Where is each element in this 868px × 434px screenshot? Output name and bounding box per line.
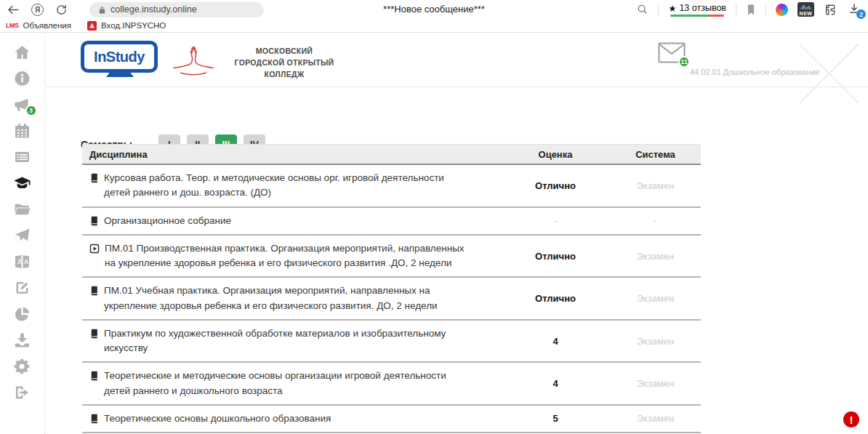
page-title: ***Новое сообщение*** (383, 4, 485, 15)
grade-cell: Отлично (501, 180, 610, 191)
mail-badge: 11 (678, 56, 690, 68)
discipline-cell: Теоретические основы дошкольного образов… (82, 411, 501, 426)
sidebar-item-calendar[interactable] (13, 121, 32, 140)
svg-text:え: え (17, 258, 23, 265)
back-icon[interactable] (7, 4, 20, 16)
sidebar-item-grades[interactable] (13, 174, 32, 192)
discipline-title: Теоретические основы дошкольного образов… (104, 411, 331, 426)
discipline-title: Курсовая работа. Теор. и методические ос… (104, 171, 472, 201)
star-icon: ★ (668, 3, 676, 14)
instudy-logo: InStudy (81, 41, 158, 73)
alert-icon[interactable]: ! (843, 411, 859, 427)
sidebar-item-files[interactable] (13, 200, 32, 218)
sidebar-item-messages[interactable] (13, 226, 32, 244)
table-row[interactable]: Теоретические основы дошкольного образов… (82, 406, 701, 433)
book-icon (89, 286, 99, 296)
extension-icon[interactable] (824, 3, 838, 17)
discipline-title: ПМ.01 Производственная практика. Организ… (105, 241, 472, 271)
sidebar-item-stats[interactable] (13, 305, 32, 323)
table-row[interactable]: ПМ.01 Производственная практика. Организ… (82, 236, 701, 278)
system-cell: Экзамен (610, 293, 701, 304)
book-icon (89, 216, 99, 226)
sidebar-item-announcements[interactable]: 3 (13, 95, 32, 113)
sidebar-item-logout[interactable] (13, 383, 32, 401)
system-cell: Экзамен (610, 378, 701, 389)
svg-text:A: A (24, 257, 28, 265)
table-row[interactable]: Курсовая работа. Теор. и методические ос… (82, 165, 701, 208)
bookmark-announcements[interactable]: LMS Объявления (6, 21, 71, 30)
divider (736, 4, 736, 15)
bookmark-label: Вход.INPSYCHO (101, 21, 166, 30)
table-row[interactable]: Практикум по художественной обработке ма… (82, 321, 701, 363)
sidebar-item-edit[interactable] (13, 278, 32, 297)
discipline-cell: Теоретические и методические основы орга… (82, 369, 501, 398)
play-icon (89, 244, 100, 254)
college-emblem-icon (171, 39, 216, 78)
discipline-cell: ПМ.01 Учебная практика. Организация меро… (82, 284, 501, 313)
home-icon (13, 44, 31, 61)
close-x-icon[interactable] (795, 39, 864, 108)
inpsycho-logo-icon (87, 21, 97, 31)
discipline-cell: ПМ.01 Производственная практика. Организ… (82, 241, 501, 271)
url-text: college.instudy.online (110, 4, 197, 15)
app-header: InStudy МОСКОВСКИЙ ГОРОДСКОЙ ОТКРЫТЫЙ КО… (46, 33, 868, 87)
list-icon (13, 148, 31, 166)
lms-logo-icon: LMS (6, 22, 19, 29)
discipline-title: ПМ.01 Учебная практика. Организация меро… (104, 284, 472, 313)
refresh-icon[interactable] (55, 4, 68, 16)
discipline-cell: Практикум по художественной обработке ма… (82, 326, 501, 356)
book-icon (89, 329, 99, 339)
sidebar-item-home[interactable] (13, 43, 32, 61)
send-icon (13, 227, 31, 244)
sidebar-item-downloads[interactable] (13, 331, 32, 349)
grade-cell: Отлично (501, 251, 610, 262)
browser-toolbar: Я college.instudy.online ***Новое сообще… (0, 0, 868, 19)
sidebar-item-translate[interactable]: えA (13, 252, 32, 270)
mail-button[interactable]: 11 (658, 42, 686, 63)
column-header-grade: Оценка (501, 149, 610, 160)
instudy-logo-stand (106, 73, 134, 77)
table-row[interactable]: ПМ.01 Учебная практика. Организация меро… (82, 278, 701, 321)
bookmark-inpsycho[interactable]: Вход.INPSYCHO (87, 21, 166, 31)
grade-cell: 4 (501, 378, 610, 389)
lock-icon (98, 5, 106, 15)
reviews-button[interactable]: ★ 13 отзывов (668, 3, 726, 17)
pie-chart-icon (13, 305, 31, 323)
extension-color-icon[interactable] (776, 4, 788, 16)
discipline-cell: Организационное собрание (82, 214, 501, 228)
sidebar-item-settings[interactable] (13, 357, 32, 375)
sidebar-item-info[interactable] (13, 69, 32, 87)
grade-cell: 5 (501, 413, 610, 424)
table-header: Дисциплина Оценка Система (82, 144, 701, 165)
browser-profile-icon[interactable]: Я (31, 4, 44, 16)
discipline-title: Организационное собрание (104, 214, 231, 228)
grades-table: Дисциплина Оценка Система Курсовая работ… (82, 144, 701, 433)
app-sidebar: 3 えA (0, 33, 45, 434)
grade-cell: 4 (501, 336, 610, 347)
column-header-discipline: Дисциплина (82, 149, 501, 160)
book-icon (89, 173, 99, 183)
downloads-icon[interactable]: 2 (848, 2, 862, 17)
divider (658, 4, 659, 15)
college-name: МОСКОВСКИЙ ГОРОДСКОЙ ОТКРЫТЫЙ КОЛЛЕДЖ (219, 46, 350, 80)
rating-bar (670, 15, 724, 17)
edit-icon (13, 279, 31, 297)
extension-new-icon[interactable]: NEW (797, 2, 814, 17)
folder-icon (13, 201, 31, 218)
system-cell: Экзамен (610, 251, 701, 262)
discipline-title: Практикум по художественной обработке ма… (104, 326, 472, 356)
table-row[interactable]: Теоретические и методические основы орга… (82, 363, 701, 406)
table-row[interactable]: Организационное собрание-- (82, 208, 701, 236)
bookmark-flag-icon[interactable] (746, 4, 756, 16)
info-icon (13, 70, 31, 87)
book-icon (89, 371, 99, 381)
discipline-cell: Курсовая работа. Теор. и методические ос… (82, 171, 501, 201)
grade-cell: - (501, 215, 610, 226)
logout-icon (13, 384, 31, 401)
grade-cell: Отлично (501, 293, 610, 304)
sidebar-item-journal[interactable] (13, 148, 32, 166)
search-icon[interactable] (637, 4, 648, 15)
address-bar[interactable]: college.instudy.online (89, 2, 264, 17)
bookmark-label: Объявления (23, 21, 72, 30)
calendar-icon (13, 122, 31, 140)
